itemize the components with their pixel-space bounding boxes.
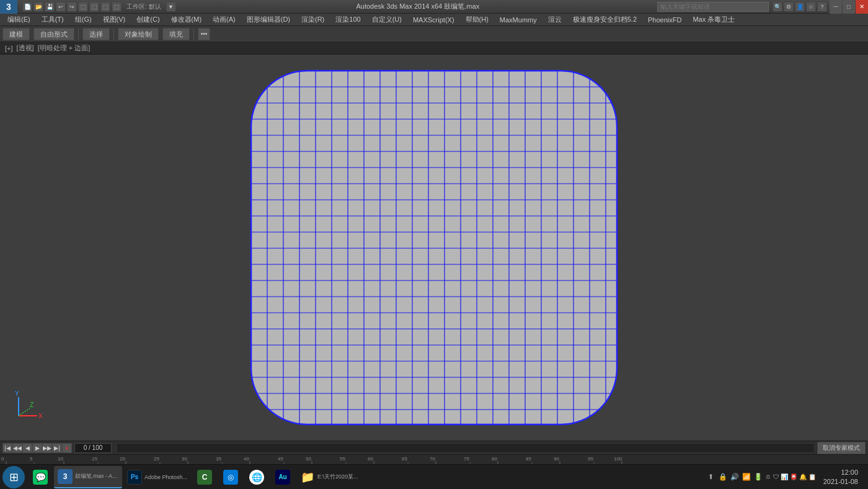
- tl-record[interactable]: ●: [62, 443, 72, 453]
- tray-volume[interactable]: 🔊: [730, 472, 740, 482]
- menu-item-[interactable]: 渲云: [543, 14, 567, 25]
- menu-item-e[interactable]: 编辑(E): [2, 14, 35, 25]
- tb-s3[interactable]: ⬚: [100, 2, 110, 12]
- menu-item-h[interactable]: 帮助(H): [461, 14, 494, 25]
- taskbar-3dsmax[interactable]: 3 鼓编笔.max - Aut...: [54, 466, 122, 488]
- taskbar-folder[interactable]: 📁 E:\天竹2020某...: [296, 466, 362, 488]
- menu-item-d[interactable]: 图形编辑器(D): [242, 14, 295, 25]
- undo-icon[interactable]: ↩: [56, 2, 66, 12]
- au-icon: Au: [275, 470, 290, 485]
- svg-text:60: 60: [368, 456, 373, 462]
- menu-item-c[interactable]: 创建(C): [131, 14, 164, 25]
- taskbar-folder-label: E:\天竹2020某...: [317, 473, 358, 481]
- search-btn[interactable]: 🔍: [773, 2, 782, 12]
- svg-text:X: X: [38, 413, 43, 419]
- menu-item-g[interactable]: 组(G): [70, 14, 97, 25]
- svg-rect-0: [251, 71, 617, 424]
- menu-item-u[interactable]: 自定义(U): [367, 14, 407, 25]
- ruler: 0 5 10 15 20 25 30 35 40 45 50 55 60 65 …: [0, 454, 868, 464]
- workspace-label: 工作区: 默认: [123, 2, 165, 11]
- star-btn[interactable]: ☆: [806, 2, 816, 12]
- tl-play[interactable]: ▶: [32, 443, 42, 453]
- toolbar-select[interactable]: 选择: [82, 28, 110, 40]
- open-icon[interactable]: 📂: [33, 2, 43, 12]
- menu-item-m[interactable]: 修改器(M): [166, 14, 207, 25]
- menu-item-phoenixfd[interactable]: PhoenixFD: [643, 15, 686, 25]
- ruler-svg: 0 5 10 15 20 25 30 35 40 45 50 55 60 65 …: [0, 455, 868, 464]
- taskbar-edge[interactable]: ◎: [218, 466, 243, 488]
- toolbar-extra[interactable]: •••: [198, 28, 210, 40]
- svg-text:50: 50: [306, 456, 311, 462]
- taskbar-cmder[interactable]: C: [192, 466, 217, 488]
- menu-item-a[interactable]: 动画(A): [208, 14, 241, 25]
- vp-plus-btn[interactable]: [+]: [5, 45, 13, 52]
- settings-btn[interactable]: ⚙: [784, 2, 794, 12]
- 3d-object-container: [232, 55, 636, 441]
- close-button[interactable]: ✕: [856, 0, 868, 14]
- minimize-button[interactable]: ─: [830, 0, 842, 14]
- tb-s4[interactable]: ⬚: [112, 2, 122, 12]
- menu-item-max[interactable]: Max 杀毒卫士: [688, 14, 740, 25]
- svg-text:90: 90: [554, 456, 559, 462]
- clock-time: 12:00: [823, 468, 858, 477]
- title-bar: 3 📄 📂 💾 ↩ ↪ ⬚ ⬚ ⬚ ⬚ 工作区: 默认 ▼ Autodesk 3…: [0, 0, 868, 14]
- tl-next-frame[interactable]: ▶▶: [42, 443, 52, 453]
- menu-item-t[interactable]: 工具(T): [37, 14, 69, 25]
- tray-arrow[interactable]: ⬆: [706, 472, 716, 482]
- timeline-track[interactable]: [117, 443, 815, 453]
- title-bar-right-icons: 🔍 ⚙ 👤 ☆ ?: [773, 2, 827, 12]
- taskbar-right: ⬆ 🔒 🔊 📶 🔋 ⛭ 🛡 📊 📮 🔔 📋 12:00 2021-01-08: [706, 468, 866, 486]
- toolbar-sep-1: [78, 29, 79, 40]
- taskbar-3dsmax-label: 鼓编笔.max - Aut...: [75, 472, 118, 480]
- vp-shading-btn[interactable]: [明暗处理 + 边面]: [38, 43, 91, 53]
- cancel-expert-mode-btn[interactable]: 取消专家模式: [817, 442, 866, 454]
- tray-battery[interactable]: 🔋: [753, 472, 763, 482]
- menu-item-maxscriptx[interactable]: MAXScript(X): [408, 15, 459, 25]
- menu-item-maxmummy[interactable]: MaxMummy: [495, 15, 542, 25]
- maximize-button[interactable]: □: [843, 0, 855, 14]
- tl-goto-start[interactable]: |◀: [2, 443, 12, 453]
- tray-lock[interactable]: 🔒: [718, 472, 728, 482]
- taskbar-photoshop[interactable]: Ps Adobe Photosh...: [123, 466, 191, 488]
- wechat-icon: 💬: [33, 470, 48, 485]
- taskbar-chrome[interactable]: 🌐: [244, 466, 269, 488]
- svg-text:80: 80: [492, 456, 497, 462]
- start-button[interactable]: ⊞: [2, 466, 25, 488]
- toolbar-freeform[interactable]: 自由形式: [33, 28, 74, 40]
- taskbar-photoshop-label: Adobe Photosh...: [144, 474, 187, 480]
- toolbar-row: 建模 自由形式 选择 对象绘制 填充 •••: [0, 26, 868, 42]
- toolbar-sep-3: [193, 29, 194, 40]
- menu-item-[interactable]: 渲染100: [330, 14, 365, 25]
- save-icon[interactable]: 💾: [45, 2, 55, 12]
- help-btn[interactable]: ?: [817, 2, 827, 12]
- workspace-dropdown[interactable]: ▼: [166, 2, 176, 12]
- menu-item-[interactable]: 极速瘦身安全归档5.2: [568, 14, 642, 25]
- taskbar-wechat[interactable]: 💬: [28, 466, 53, 488]
- svg-text:45: 45: [278, 456, 283, 462]
- app-logo: 3: [0, 0, 17, 14]
- main-viewport[interactable]: X Y Z: [0, 55, 868, 441]
- search-input[interactable]: [657, 2, 769, 12]
- taskbar-au[interactable]: Au: [270, 466, 295, 488]
- tray-extra-icons: ⛭ 🛡 📊 📮 🔔 📋: [765, 473, 816, 480]
- new-icon[interactable]: 📄: [22, 2, 32, 12]
- menu-item-r[interactable]: 渲染(R): [296, 14, 329, 25]
- wireframe-object: [232, 55, 636, 441]
- clock-display[interactable]: 12:00 2021-01-08: [818, 468, 863, 486]
- cmder-icon: C: [197, 470, 212, 485]
- tl-goto-end[interactable]: ▶|: [52, 443, 62, 453]
- toolbar-model[interactable]: 建模: [2, 28, 30, 40]
- tl-prev-frame[interactable]: ◀: [22, 443, 32, 453]
- tray-network[interactable]: 📶: [742, 472, 751, 482]
- tb-s1[interactable]: ⬚: [78, 2, 88, 12]
- svg-line-48: [19, 408, 30, 416]
- toolbar-paint[interactable]: 对象绘制: [118, 28, 159, 40]
- vp-perspective-btn[interactable]: [透视]: [17, 43, 34, 53]
- menu-item-v[interactable]: 视图(V): [98, 14, 131, 25]
- svg-text:20: 20: [120, 456, 125, 462]
- toolbar-fill[interactable]: 填充: [162, 28, 190, 40]
- user-btn[interactable]: 👤: [795, 2, 805, 12]
- redo-icon[interactable]: ↪: [67, 2, 77, 12]
- tb-s2[interactable]: ⬚: [89, 2, 99, 12]
- tl-prev-key[interactable]: ◀◀: [12, 443, 22, 453]
